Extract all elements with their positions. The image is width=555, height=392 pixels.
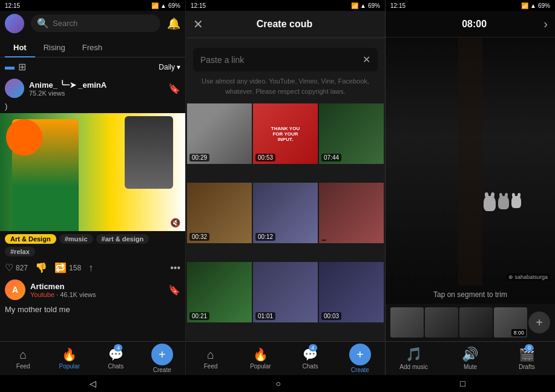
nav-create-label-create: Create [351, 367, 369, 373]
thumb-2[interactable]: THANK YOUFOR YOURINPUT. 00:53 [253, 103, 318, 164]
chats-badge-create: 4 [309, 344, 317, 351]
nav-feed-create[interactable]: ⌂ Feed [186, 342, 235, 375]
thumb-9[interactable]: 00:03 [319, 262, 384, 322]
tab-rising[interactable]: Rising [35, 38, 74, 57]
nav-popular-label: Popular [59, 363, 80, 370]
nav-music-label: Add music [399, 364, 428, 370]
daily-filter-btn[interactable]: Daily ▾ [159, 63, 180, 71]
tab-hot[interactable]: Hot [5, 38, 35, 57]
tag-relax[interactable]: #relax [5, 247, 35, 256]
create-topbar: ✕ Create coub [186, 11, 385, 38]
nav-create-label: Create [153, 367, 171, 373]
create-btn-active[interactable]: + [349, 344, 371, 365]
back-btn[interactable]: ◁ [90, 379, 96, 388]
nav-drafts[interactable]: 🎬 Drafts 0 [499, 342, 555, 375]
nav-create[interactable]: + Create [139, 342, 186, 375]
thumb-6[interactable] [319, 183, 384, 243]
trim-time-display: 08:00 [405, 19, 544, 30]
signal-icon: 📶 [151, 2, 159, 9]
trim-next-btn[interactable]: › [544, 17, 548, 31]
like-icon[interactable]: ♡ [5, 262, 13, 273]
post1-bookmark[interactable]: 🔖 [168, 83, 180, 94]
tag-art-design[interactable]: Art & Design [5, 234, 56, 244]
nav-chats[interactable]: 💬 Chats 4 [93, 342, 139, 375]
like-count: 827 [16, 264, 28, 272]
nav-mute[interactable]: 🔊 Mute [442, 342, 498, 375]
more-options-btn[interactable]: ••• [170, 263, 180, 273]
nav-create-active[interactable]: + Create [335, 342, 385, 375]
feed-icon-create: ⌂ [207, 348, 214, 362]
post1-avatar[interactable] [5, 79, 24, 98]
battery-feed: 69% [168, 2, 180, 9]
filter-row: ▬ ⊞ Daily ▾ [0, 57, 185, 76]
create-panel: 12:15 📶 ▲ 69% ✕ Create coub ✕ Use almost… [186, 0, 386, 375]
nav-add-music[interactable]: 🎵 Add music [386, 342, 442, 375]
user-avatar[interactable] [5, 14, 24, 33]
thumb-7[interactable]: 00:21 [187, 262, 252, 322]
grid-view-btn[interactable]: ⊞ [18, 61, 26, 73]
nav-feed-label-create: Feed [204, 363, 218, 370]
tag-artdesign[interactable]: #art & design [96, 234, 149, 244]
post1-video[interactable]: 🔇 [0, 113, 185, 231]
nav-chats-create[interactable]: 💬 Chats 4 [286, 342, 335, 375]
post2-source-views: Youtube · 46.1K views [30, 291, 163, 298]
post1-views: 75.2K views [29, 90, 163, 97]
duration-9: 00:03 [321, 312, 341, 320]
bell-icon[interactable]: 🔔 [167, 17, 180, 30]
tag-music[interactable]: #music [59, 234, 93, 244]
thumb-8[interactable]: 01:01 [253, 262, 318, 322]
paste-clear-btn[interactable]: ✕ [363, 54, 370, 65]
search-bar[interactable]: 🔍 [31, 15, 160, 32]
status-icons-feed: 📶 ▲ 69% [151, 2, 180, 9]
post2-avatar[interactable]: A [5, 279, 25, 300]
wifi-icon-create: ▲ [360, 2, 366, 9]
create-btn[interactable]: + [151, 344, 173, 365]
nav-popular-label-create: Popular [250, 363, 271, 370]
repost-icon[interactable]: 🔁 [54, 262, 67, 273]
dislike-icon[interactable]: 👎 [35, 262, 47, 273]
time-trim: 12:15 [390, 2, 406, 9]
nav-chats-label-create: Chats [303, 363, 318, 370]
thumb-4[interactable]: 00:32 [187, 183, 252, 243]
strip-frame-3[interactable] [459, 307, 493, 338]
strip-add-btn[interactable]: + [528, 312, 550, 333]
list-view-btn[interactable]: ▬ [5, 61, 15, 73]
volume-icon[interactable]: 🔇 [170, 218, 180, 227]
system-nav-bar: ◁ ○ □ [0, 375, 555, 392]
video-controls: 🔇 [170, 218, 180, 227]
share-icon[interactable]: ↑ [88, 263, 93, 273]
nav-popular-create[interactable]: 🔥 Popular [235, 342, 285, 375]
duration-6 [321, 240, 326, 241]
mute-icon: 🔊 [462, 347, 478, 362]
trim-topbar: 08:00 › [386, 11, 555, 38]
strip-frame-2[interactable] [425, 307, 458, 338]
nav-popular[interactable]: 🔥 Popular [47, 342, 93, 375]
strip-frame-4[interactable]: 8:00 [494, 307, 527, 338]
trim-bottom-nav: 🎵 Add music 🔊 Mute 🎬 Drafts 0 [386, 341, 555, 375]
post2-bookmark[interactable]: 🔖 [168, 284, 180, 296]
wifi-icon: ▲ [160, 2, 166, 9]
strip-frame-1[interactable] [390, 307, 424, 338]
repost-group: 🔁 158 [54, 262, 81, 273]
home-btn[interactable]: ○ [276, 379, 281, 388]
paste-input[interactable] [200, 55, 358, 65]
search-row: 🔍 🔔 [0, 11, 185, 38]
create-close-btn[interactable]: ✕ [193, 17, 203, 31]
paste-link-area[interactable]: ✕ [193, 48, 378, 71]
time-feed: 12:15 [5, 2, 20, 9]
status-bar-create: 12:15 📶 ▲ 69% [186, 0, 385, 11]
search-input[interactable] [53, 19, 154, 28]
post2-caption: My mother told me [0, 304, 185, 316]
popular-icon: 🔥 [62, 347, 77, 362]
signal-icon-create: 📶 [351, 2, 358, 9]
post1-caption: ) [0, 100, 185, 113]
thumb-1[interactable]: 00:29 [187, 103, 252, 164]
recents-btn[interactable]: □ [460, 379, 465, 388]
nav-feed-label: Feed [16, 363, 30, 370]
duration-5: 00:12 [255, 233, 275, 241]
tab-fresh[interactable]: Fresh [74, 38, 111, 57]
feed-panel: 12:15 📶 ▲ 69% 🔍 🔔 Hot Rising Fresh [0, 0, 186, 375]
nav-feed[interactable]: ⌂ Feed [0, 342, 47, 375]
thumb-5[interactable]: 00:12 [253, 183, 318, 243]
thumb-3[interactable]: 07:44 [319, 103, 384, 164]
